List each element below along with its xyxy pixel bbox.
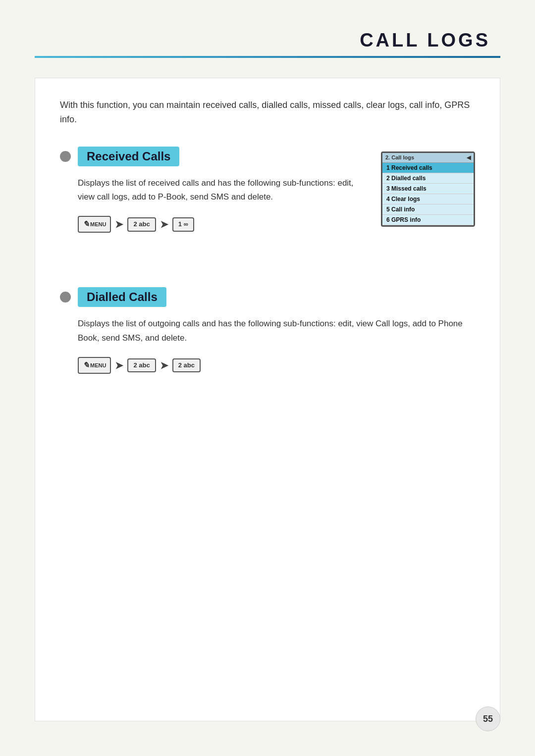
dialled-calls-nav: ✎ MENU ➤ 2 abc ➤ 2 abc bbox=[78, 357, 475, 374]
phone-screen-item-clear: 4 Clear logs bbox=[382, 194, 474, 204]
phone-screen-titlebar: 2. Call logs ◀ bbox=[382, 153, 474, 163]
dialled-calls-bullet bbox=[60, 292, 71, 302]
dialled-calls-section: Dialled Calls Displays the list of outgo… bbox=[60, 287, 475, 374]
menu-label-2: MENU bbox=[90, 362, 106, 369]
key-2abc-2a: 2 abc bbox=[127, 358, 156, 373]
received-calls-nav: ✎ MENU ➤ 2 abc ➤ 1 ∞ bbox=[78, 216, 366, 233]
key-2abc-1: 2 abc bbox=[127, 217, 156, 232]
page-number: 55 bbox=[476, 706, 500, 731]
menu-label-1: MENU bbox=[90, 221, 106, 228]
phone-screen-item-gprs: 6 GPRS info bbox=[382, 215, 474, 225]
menu-icon-2: ✎ bbox=[83, 360, 89, 371]
phone-screen-item-missed: 3 Missed calls bbox=[382, 184, 474, 194]
menu-key-2: ✎ MENU bbox=[78, 357, 111, 374]
received-calls-section: Received Calls Displays the list of rece… bbox=[60, 147, 475, 258]
key-1oo-1: 1 ∞ bbox=[172, 217, 194, 232]
phone-screen-item-dialled: 2 Dialled calls bbox=[382, 173, 474, 184]
phone-screen-received: 2. Call logs ◀ 1 Received calls 2 Dialle… bbox=[381, 151, 475, 227]
menu-icon-1: ✎ bbox=[83, 219, 89, 230]
nav-arrow-2a: ➤ bbox=[115, 359, 123, 371]
dialled-calls-body: Displays the list of outgoing calls and … bbox=[78, 317, 475, 345]
phone-screen-arrow-icon: ◀ bbox=[467, 154, 471, 161]
dialled-calls-heading: Dialled Calls bbox=[60, 287, 475, 307]
key-2abc-2b: 2 abc bbox=[172, 358, 201, 373]
phone-screen-item-received: 1 Received calls bbox=[382, 163, 474, 173]
received-calls-heading: Received Calls bbox=[60, 147, 366, 166]
nav-arrow-1b: ➤ bbox=[160, 218, 168, 230]
received-calls-left: Received Calls Displays the list of rece… bbox=[60, 147, 366, 258]
received-calls-body: Displays the list of received calls and … bbox=[78, 176, 366, 204]
intro-text: With this function, you can maintain rec… bbox=[60, 98, 475, 127]
page-title: CALL LOGS bbox=[35, 30, 490, 51]
section-spacer-1 bbox=[60, 257, 475, 287]
title-underline bbox=[35, 56, 500, 58]
nav-arrow-1a: ➤ bbox=[115, 218, 123, 230]
received-calls-bullet bbox=[60, 151, 71, 162]
page: CALL LOGS With this function, you can ma… bbox=[0, 0, 535, 756]
phone-screen-title: 2. Call logs bbox=[385, 154, 414, 160]
dialled-calls-label: Dialled Calls bbox=[78, 287, 166, 307]
phone-screen-item-callinfo: 5 Call info bbox=[382, 204, 474, 215]
nav-arrow-2b: ➤ bbox=[160, 359, 168, 371]
content-box: With this function, you can maintain rec… bbox=[35, 78, 500, 721]
menu-key-1: ✎ MENU bbox=[78, 216, 111, 233]
page-title-area: CALL LOGS bbox=[35, 30, 500, 51]
received-calls-label: Received Calls bbox=[78, 147, 179, 166]
